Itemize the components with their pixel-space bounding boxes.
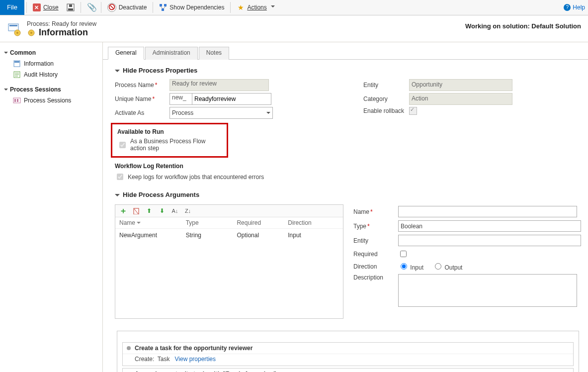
svg-rect-4 xyxy=(160,4,162,6)
show-dependencies-label: Show Dependencies xyxy=(169,4,224,11)
attach-button[interactable]: 📎 xyxy=(83,0,99,14)
step-item[interactable]: Create a task for the opportunity review… xyxy=(122,342,574,366)
arguments-grid: ＋ ⬆ ⬇ A↓ Z↓ Name Type Required Direction xyxy=(115,204,343,319)
save-exit-icon xyxy=(67,3,75,11)
ribbon-separator xyxy=(230,2,231,13)
prop-type-select[interactable]: Boolean xyxy=(398,220,581,232)
label-enable-rollback: Enable rollback xyxy=(363,107,409,114)
gear-icon xyxy=(27,28,36,37)
col-direction[interactable]: Direction xyxy=(288,219,339,226)
prop-label-name: Name xyxy=(353,208,398,215)
actions-label: Actions xyxy=(247,4,266,11)
move-up-icon[interactable]: ⬆ xyxy=(145,207,153,215)
process-name-field: Ready for review xyxy=(169,79,269,91)
sort-desc-icon[interactable]: Z↓ xyxy=(184,207,192,215)
prop-entity-select[interactable] xyxy=(398,235,581,246)
argument-row[interactable]: NewArgument String Optional Input xyxy=(115,229,343,242)
move-down-icon[interactable]: ⬇ xyxy=(158,207,166,215)
label-category: Category xyxy=(363,95,409,102)
col-type[interactable]: Type xyxy=(186,219,237,226)
svg-rect-5 xyxy=(164,4,167,6)
unique-name-prefix: new_ xyxy=(169,93,192,105)
prop-required-checkbox[interactable] xyxy=(400,251,407,257)
arg-cell-name: NewArgument xyxy=(119,232,186,239)
section-toggle-properties[interactable]: Hide Process Properties xyxy=(115,65,581,78)
activate-as-select[interactable]: Process xyxy=(169,107,273,119)
prop-description-field[interactable] xyxy=(398,274,577,307)
arg-cell-required: Optional xyxy=(237,232,288,239)
delete-icon[interactable] xyxy=(132,207,140,215)
help-icon: ? xyxy=(564,4,571,11)
tab-notes[interactable]: Notes xyxy=(199,47,229,60)
deactivate-button[interactable]: Deactivate xyxy=(103,0,151,14)
svg-rect-2 xyxy=(69,4,72,7)
svg-rect-8 xyxy=(9,25,17,26)
actions-menu[interactable]: ★ Actions xyxy=(233,0,278,14)
sort-asc-icon[interactable]: A↓ xyxy=(171,207,179,215)
nav-item-information[interactable]: Information xyxy=(4,58,98,69)
ribbon-separator xyxy=(153,2,153,13)
direction-output-radio[interactable]: Output xyxy=(432,262,462,271)
steps-container: Create a task for the opportunity review… xyxy=(117,331,579,372)
available-to-run-highlight: Available to Run As a Business Process F… xyxy=(111,123,228,158)
paperclip-icon: 📎 xyxy=(87,3,95,11)
deactivate-label: Deactivate xyxy=(119,4,147,11)
svg-point-12 xyxy=(30,32,32,34)
col-required[interactable]: Required xyxy=(237,219,288,226)
svg-rect-1 xyxy=(68,8,73,10)
help-link[interactable]: ? Help xyxy=(564,4,588,11)
category-field: Action xyxy=(409,93,512,105)
label-entity: Entity xyxy=(363,82,409,89)
breadcrumb: Process: Ready for review xyxy=(27,20,96,27)
show-dependencies-button[interactable]: Show Dependencies xyxy=(155,0,228,14)
prop-type-value: Boolean xyxy=(401,223,422,230)
sessions-icon xyxy=(13,96,21,104)
tabstrip: General Administration Notes xyxy=(103,46,588,60)
argument-properties: Name Type Boolean Entity xyxy=(353,204,581,319)
ribbon-separator xyxy=(81,2,81,13)
close-label: Close xyxy=(43,4,59,11)
arg-cell-direction: Input xyxy=(288,232,339,239)
nav-group-common[interactable]: Common xyxy=(4,47,98,58)
subheading-available-to-run: Available to Run xyxy=(117,127,222,137)
info-icon xyxy=(13,60,21,68)
prop-label-description: Description xyxy=(353,274,398,281)
step-detail-label: Create: xyxy=(135,356,154,363)
enable-rollback-checkbox xyxy=(409,107,417,115)
file-tab[interactable]: File xyxy=(0,0,24,15)
subheading-log-retention: Workflow Log Retention xyxy=(115,162,353,172)
prop-label-entity: Entity xyxy=(353,237,398,244)
step-item[interactable]: Append opportunity topic with "Ready for… xyxy=(122,368,574,372)
tab-administration[interactable]: Administration xyxy=(145,47,198,60)
nav-item-sessions[interactable]: Process Sessions xyxy=(4,95,98,106)
entity-field: Opportunity xyxy=(409,79,512,91)
nav-item-audit[interactable]: Audit History xyxy=(4,69,98,80)
section-toggle-arguments[interactable]: Hide Process Arguments xyxy=(115,189,581,202)
add-icon[interactable]: ＋ xyxy=(119,207,127,215)
col-name[interactable]: Name xyxy=(119,219,186,226)
keep-logs-label: Keep logs for workflow jobs that encount… xyxy=(128,174,264,181)
step-title: Create a task for the opportunity review… xyxy=(123,343,573,354)
unique-name-field[interactable] xyxy=(192,93,271,105)
view-properties-link[interactable]: View properties xyxy=(175,356,216,363)
direction-input-radio[interactable]: Input xyxy=(398,262,423,271)
page-title: Information xyxy=(27,27,96,38)
process-icon xyxy=(7,22,22,37)
prop-label-type: Type xyxy=(353,223,398,230)
solution-label: Working on solution: Default Solution xyxy=(465,20,581,38)
nav-group-sessions[interactable]: Process Sessions xyxy=(4,84,98,95)
tab-general[interactable]: General xyxy=(108,47,144,60)
chevron-down-icon xyxy=(266,112,270,116)
arg-cell-type: String xyxy=(186,232,237,239)
prop-name-field[interactable] xyxy=(398,206,577,217)
nav-item-label: Process Sessions xyxy=(24,97,71,104)
close-icon: ✕ xyxy=(33,3,41,11)
save-exit-button[interactable] xyxy=(63,0,79,14)
bpf-step-label: As a Business Process Flow action step xyxy=(130,138,222,152)
star-icon: ★ xyxy=(237,3,245,11)
prop-label-required: Required xyxy=(353,251,398,258)
left-nav: Common Information Audit History Process… xyxy=(0,42,103,372)
dependencies-icon xyxy=(159,3,167,11)
close-button[interactable]: ✕ Close xyxy=(29,0,63,14)
ribbon-separator xyxy=(26,2,27,13)
